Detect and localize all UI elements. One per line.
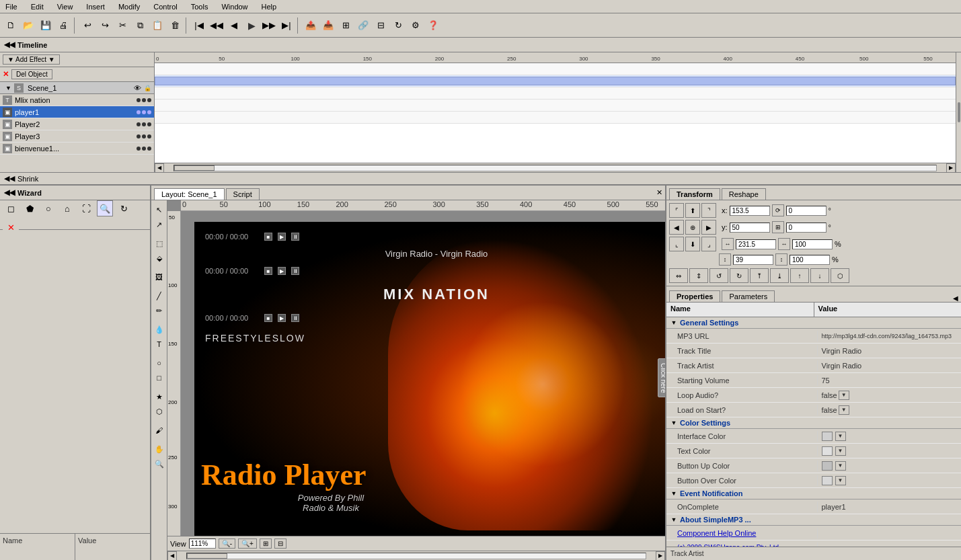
w-input[interactable]: [736, 239, 776, 249]
tb-settings[interactable]: ⚙: [408, 17, 424, 34]
tool-hand[interactable]: ✋: [153, 442, 166, 456]
tb-grid[interactable]: ⊞: [338, 17, 354, 34]
btn-over-swatch[interactable]: [822, 476, 833, 485]
tool-oval[interactable]: ○: [153, 356, 166, 370]
event-notification-header[interactable]: ▼ Event Notification: [666, 488, 961, 499]
layout-scroll-thumb[interactable]: [187, 553, 227, 559]
view-fit-btn[interactable]: ⊞: [260, 538, 272, 549]
timeline-collapse-icon[interactable]: ◀◀: [4, 40, 15, 49]
props-expand-icon[interactable]: ◀: [953, 294, 958, 302]
rp-pause1[interactable]: ⏸: [291, 233, 299, 241]
align-mc[interactable]: ⊕: [685, 220, 700, 235]
rp-play1[interactable]: ▶: [278, 233, 286, 241]
tab-parameters[interactable]: Parameters: [722, 290, 775, 302]
rp-stop1[interactable]: ■: [264, 233, 272, 241]
tab-transform[interactable]: Transform: [669, 188, 720, 200]
layout-scroll-track[interactable]: [186, 553, 646, 559]
prop-help-online-link[interactable]: Component Help Online: [666, 528, 818, 538]
tb-forward[interactable]: ▶▶: [261, 17, 277, 34]
rot-90-btn[interactable]: ↺: [709, 268, 728, 283]
btn-over-dropdown[interactable]: ▼: [835, 476, 846, 485]
tb-first[interactable]: |◀: [191, 17, 207, 34]
flip-v-btn[interactable]: ⇕: [689, 268, 708, 283]
scene-lock-icon[interactable]: 🔒: [144, 85, 151, 91]
skew-icon[interactable]: ⊞: [772, 221, 784, 233]
x-input[interactable]: [730, 206, 770, 216]
fwd-btn[interactable]: ↑: [790, 268, 809, 283]
tab-script[interactable]: Script: [226, 188, 260, 200]
layout-scroll-right[interactable]: ▶: [656, 551, 665, 561]
tab-properties[interactable]: Properties: [669, 290, 720, 302]
menu-modify[interactable]: Modify: [116, 1, 143, 12]
layer-player2[interactable]: ▣ Player2: [0, 118, 154, 130]
general-settings-header[interactable]: ▼ General Settings: [666, 317, 961, 329]
h-pct-input[interactable]: [790, 255, 830, 265]
tb-export[interactable]: 📤: [303, 17, 319, 34]
add-effect-button[interactable]: ▼ Add Effect ▼: [3, 54, 60, 65]
menu-help[interactable]: Help: [259, 1, 280, 12]
menu-view[interactable]: View: [54, 1, 76, 12]
btn-up-swatch[interactable]: [822, 461, 833, 471]
layer-bienvenue[interactable]: ▣ bienvenue1...: [0, 143, 154, 155]
tool-marquee[interactable]: ⬚: [153, 237, 166, 250]
tool-text[interactable]: T: [153, 337, 166, 351]
rp-play3[interactable]: ▶: [278, 314, 286, 322]
h-input[interactable]: [733, 255, 773, 265]
tb-align[interactable]: ⊟: [373, 17, 389, 34]
tool-polygon[interactable]: ⬡: [153, 405, 166, 418]
tb-last[interactable]: ▶|: [278, 17, 295, 34]
tool-star[interactable]: ★: [153, 390, 166, 403]
tb-open[interactable]: 📂: [20, 17, 36, 34]
text-color-swatch[interactable]: [822, 446, 833, 456]
menu-control[interactable]: Control: [151, 1, 180, 12]
y-input[interactable]: [730, 223, 770, 233]
zoom-input[interactable]: [189, 538, 216, 549]
tb-print[interactable]: 🖨: [55, 17, 71, 34]
align-tr[interactable]: ⌝: [701, 203, 716, 218]
wiz-btn3[interactable]: ○: [40, 200, 56, 216]
view-actual-btn[interactable]: ⊟: [274, 538, 286, 549]
wiz-btn2[interactable]: ⬟: [22, 200, 38, 216]
layer-mlix[interactable]: T Mlix nation: [0, 94, 154, 106]
skew-input[interactable]: [786, 223, 827, 233]
text-color-dropdown[interactable]: ▼: [835, 446, 846, 456]
tool-lasso[interactable]: ⬙: [153, 251, 166, 265]
interface-color-swatch[interactable]: [822, 432, 833, 441]
rp-play2[interactable]: ▶: [278, 267, 286, 275]
scroll-left-btn[interactable]: ◀: [155, 163, 164, 173]
bwd-btn[interactable]: ↓: [810, 268, 829, 283]
load-start-dropdown[interactable]: ▼: [839, 405, 849, 415]
tb-play[interactable]: ▶: [243, 17, 260, 34]
tool-select[interactable]: ↖: [153, 203, 166, 216]
about-header[interactable]: ▼ About SimpleMP3 ...: [666, 514, 961, 526]
align-ml[interactable]: ◀: [669, 220, 684, 235]
tool-rect[interactable]: □: [153, 371, 166, 385]
layout-scroll-left[interactable]: ◀: [167, 551, 177, 561]
tb-cut[interactable]: ✂: [114, 17, 130, 34]
rp-pause2[interactable]: ⏸: [291, 267, 299, 275]
group-btn[interactable]: ⬡: [831, 268, 849, 283]
tool-eyedrop[interactable]: 💧: [153, 323, 166, 336]
interface-color-dropdown[interactable]: ▼: [835, 432, 846, 441]
align-bl[interactable]: ⌞: [669, 237, 684, 251]
tb-undo[interactable]: ↩: [79, 17, 95, 34]
tb-import[interactable]: 📥: [320, 17, 336, 34]
rp-stop2[interactable]: ■: [264, 267, 272, 275]
scroll-thumb[interactable]: [174, 165, 215, 171]
layer-player3[interactable]: ▣ Player3: [0, 130, 154, 143]
scene-row[interactable]: ▼ S Scene_1 👁 🔒: [0, 82, 154, 94]
timeline-resize[interactable]: [956, 52, 961, 172]
align-tc[interactable]: ⬆: [685, 203, 700, 218]
rp-click-here-badge[interactable]: Click here: [658, 358, 665, 397]
color-settings-header[interactable]: ▼ Color Settings: [666, 417, 961, 429]
wiz-btn6[interactable]: 🔍: [97, 200, 113, 216]
tool-image[interactable]: 🖼: [153, 270, 166, 284]
rp-pause3[interactable]: ⏸: [291, 314, 299, 322]
tb-paste[interactable]: 📋: [149, 17, 165, 34]
tool-paint[interactable]: 🖌: [153, 424, 166, 437]
del-object-button[interactable]: Del Object: [11, 69, 52, 79]
tb-delete[interactable]: 🗑: [167, 17, 183, 34]
tb-prev[interactable]: ◀◀: [208, 17, 225, 34]
tab-layout[interactable]: Layout: Scene_1: [154, 188, 225, 200]
align-tl[interactable]: ⌜: [669, 203, 684, 218]
